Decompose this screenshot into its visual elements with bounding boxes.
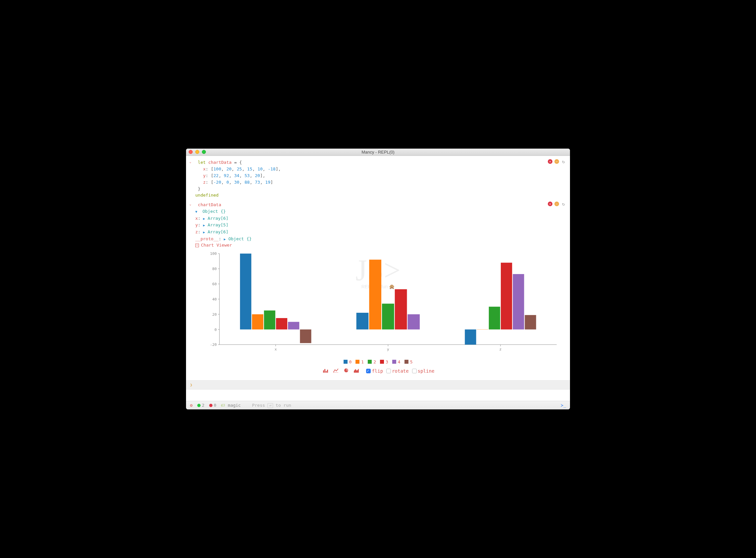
svg-rect-23 [324,369,325,373]
status-ok-count: 2 [197,403,205,408]
legend-item[interactable]: 1 [355,359,364,364]
rotate-label: rotate [392,369,409,374]
input-caret-icon: ⌄ [189,202,195,206]
bar[interactable] [240,254,251,329]
minimize-block-button[interactable]: – [554,159,559,164]
svg-text:x: x [274,347,277,351]
legend-item[interactable]: 4 [392,359,401,364]
delete-block-button[interactable]: ✕ [548,159,552,164]
inspector-proto[interactable]: __proto__: ▶ Object {} [195,236,567,243]
line-chart-icon[interactable] [333,369,338,374]
svg-rect-22 [323,370,324,373]
titlebar: Mancy - REPL(0) [186,149,570,156]
expand-icon: ▶ [224,237,226,241]
chart-viewer-toggle[interactable]: −Chart Viewer [189,243,567,248]
spline-label: spline [418,369,435,374]
rerun-block-button[interactable]: ↻ [561,202,566,206]
run-hint: Press ⏎ to run [252,403,291,408]
svg-text:0: 0 [215,327,217,332]
svg-text:60: 60 [212,282,217,286]
input-caret-icon: ⌄ [189,159,195,163]
inspector-property[interactable]: z: ▶ Array[6] [195,229,567,236]
inspector-root[interactable]: ▼ Object {} [195,208,567,215]
bar[interactable] [382,304,394,329]
repl-block-1: ✕ – ↻ ⌄ let chartData = { x: [100, 20, 2… [186,157,570,200]
spline-checkbox[interactable] [412,369,417,373]
tag-icon: 🏷 [221,403,225,408]
status-bar: ⚙ 2 0 🏷 magic Press ⏎ to run ≻_ [186,401,570,409]
svg-rect-24 [326,371,327,373]
legend-item[interactable]: 5 [404,359,413,364]
app-window: Mancy - REPL(0) JS> REPL for fun 🙊 ✕ – ↻… [186,149,570,409]
window-title: Mancy - REPL(0) [186,150,570,155]
legend-item[interactable]: 2 [368,359,376,364]
legend-item[interactable]: 3 [380,359,388,364]
status-error-count: 0 [209,403,217,408]
bar[interactable] [264,310,275,329]
bar[interactable] [477,329,488,330]
bar[interactable] [300,329,311,343]
delete-block-button[interactable]: ✕ [548,202,552,206]
code-input[interactable]: let chartData = { x: [100, 20, 25, 15, 1… [198,159,281,193]
repl-block-2: ✕ – ↻ ⌄ chartData ▼ Object {} x: ▶ Array… [186,200,570,380]
chart-controls: fliprotatespline [189,367,567,378]
block-actions: ✕ – ↻ [548,202,566,206]
rotate-checkbox[interactable] [386,369,391,373]
inspector-property[interactable]: x: ▶ Array[6] [195,215,567,222]
ok-dot-icon [197,404,201,407]
area-chart-icon[interactable] [354,369,359,374]
chart-legend: 012345 [189,357,567,367]
error-dot-icon [209,404,212,407]
bar[interactable] [252,314,263,329]
svg-text:20: 20 [212,312,217,316]
content-spacer [186,389,570,401]
repl-content: JS> REPL for fun 🙊 ✕ – ↻ ⌄ let chartData… [186,156,570,401]
code-input[interactable]: chartData [198,202,221,207]
pie-chart-icon[interactable] [344,369,349,374]
svg-text:100: 100 [210,252,217,256]
svg-text:40: 40 [212,297,217,302]
inspector-property[interactable]: y: ▶ Array[5] [195,222,567,229]
object-inspector: ▼ Object {} x: ▶ Array[6]y: ▶ Array[5]z:… [189,208,567,243]
console-toggle-icon[interactable]: ≻_ [561,403,566,408]
bar[interactable] [407,314,420,329]
svg-text:80: 80 [212,267,217,271]
svg-text:z: z [500,347,502,351]
svg-marker-27 [354,369,359,373]
bar[interactable] [288,322,299,329]
flip-label: flip [372,369,383,374]
bar[interactable] [489,306,500,329]
chart-viewer: -20020406080100xyz [189,248,567,357]
bar[interactable] [513,274,524,329]
bar-chart-icon[interactable] [323,369,328,374]
svg-text:y: y [387,347,389,351]
bar[interactable] [465,329,476,345]
bar-chart: -20020406080100xyz [203,250,560,355]
collapse-box-icon: − [195,244,199,247]
svg-rect-25 [327,370,328,373]
collapse-icon: ▼ [195,210,197,213]
svg-text:-20: -20 [210,343,217,347]
block-result: undefined [195,193,219,198]
bar[interactable] [356,313,369,329]
flip-checkbox[interactable] [366,369,371,373]
settings-gear-icon[interactable]: ⚙ [190,403,193,408]
rerun-block-button[interactable]: ↻ [561,159,566,164]
bar[interactable] [369,259,381,329]
bar[interactable] [501,262,512,329]
repl-prompt[interactable]: ❯ [186,380,570,389]
minimize-block-button[interactable]: – [554,202,559,206]
bar[interactable] [525,315,536,330]
bar[interactable] [276,318,287,329]
mode-indicator[interactable]: 🏷 magic [221,403,241,408]
legend-item[interactable]: 0 [344,359,352,364]
bar[interactable] [395,289,407,329]
block-actions: ✕ – ↻ [548,159,566,164]
